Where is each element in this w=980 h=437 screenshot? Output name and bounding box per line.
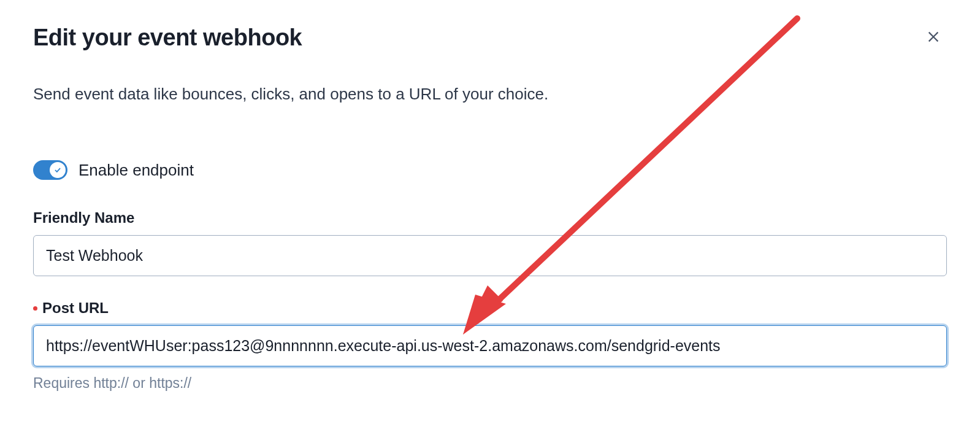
enable-endpoint-row: Enable endpoint xyxy=(33,160,947,180)
close-button[interactable] xyxy=(925,28,942,45)
friendly-name-field-group: Friendly Name xyxy=(33,209,947,276)
enable-endpoint-toggle[interactable] xyxy=(33,160,67,180)
post-url-field-group: Post URL Requires http:// or https:// xyxy=(33,300,947,392)
required-indicator xyxy=(33,306,37,311)
modal-description: Send event data like bounces, clicks, an… xyxy=(33,83,947,105)
post-url-helper: Requires http:// or https:// xyxy=(33,375,947,392)
close-icon xyxy=(927,30,940,44)
enable-endpoint-label: Enable endpoint xyxy=(78,161,194,180)
post-url-input[interactable] xyxy=(33,325,947,366)
modal-title: Edit your event webhook xyxy=(33,25,947,51)
post-url-label-text: Post URL xyxy=(42,300,109,317)
check-icon xyxy=(53,166,62,174)
friendly-name-label: Friendly Name xyxy=(33,209,947,226)
friendly-name-input[interactable] xyxy=(33,235,947,276)
post-url-label: Post URL xyxy=(33,300,947,317)
edit-webhook-modal: Edit your event webhook Send event data … xyxy=(0,0,980,433)
toggle-knob xyxy=(50,162,66,178)
